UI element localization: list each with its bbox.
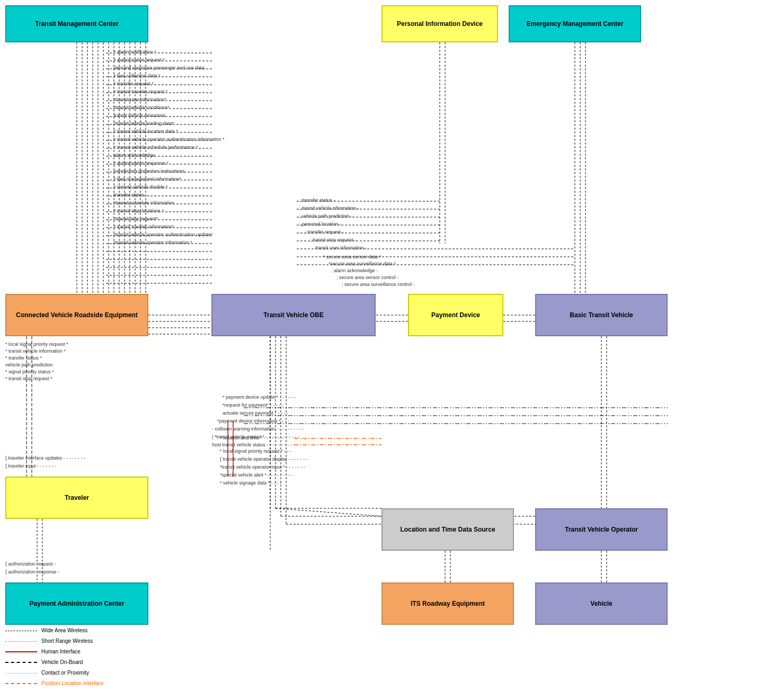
node-emc-label: Emergency Management Center [527,20,624,28]
label-transit-stop-req2: *transit stop request* [114,216,158,221]
label-demand-response: demand response passenger and use data [114,65,205,70]
label-transit-stop-loc: * transit stop locations * [114,208,164,213]
label-tv-loading: *transit vehicle loading data* [114,121,174,126]
label-tv-emissions: transit vehicle emissions [114,113,166,118]
legend-position-location: Position Location Interface [5,679,104,688]
legend-srw-line [5,641,37,642]
label-transit-user-info: *transit user information* [114,97,166,102]
label-local-signal: * local signal priority request * [5,342,68,347]
label-traveler-input: { traveler input - - - - - - - [5,463,56,469]
legend-waw-label: Wide Area Wireless [41,626,87,635]
label-secure-surv: *secure area surveillance data * [329,261,396,266]
node-transit-vehicle-obe-display: Transit Vehicle OBE [211,294,376,336]
legend-hi-label: Human Interface [41,647,81,657]
label-signal-priority: * signal priority status * [5,369,54,374]
node-pid: Personal Information Device [381,5,498,42]
label-local-signal2: * local signal priority request * - - - [220,448,291,454]
node-vehicle-label: Vehicle [590,600,612,607]
label-tv-op-auth: * transit vehicle operator authenticatio… [114,137,225,142]
label-payment-update: * payment device update * - - - - - - [223,394,296,400]
node-cvre: Connected Vehicle Roadside Equipment [5,294,148,336]
legend-vob-label: Vehicle On-Board [41,658,83,667]
node-traveler: Traveler [5,477,148,519]
label-tv-op-info: *transit vehicle operator information * [114,240,192,245]
legend-hi-line [5,651,37,652]
label-tv-schedule-perf: * transit vehicle schedule performance * [114,145,198,150]
label-secure-sensor-ctrl: ; secure area sensor control - [336,275,398,280]
label-tv-conditions: *transit vehicle conditions* [114,105,170,110]
node-tvo: Transit Vehicle Operator [535,508,668,551]
legend-waw-line [5,631,37,631]
label-auth-request: * authorization request * [114,57,165,62]
label-auth-req2: { authorization request - [5,561,56,567]
node-location: Location and Time Data Source [381,508,514,551]
node-pac: Payment Administration Center [5,582,148,625]
label-transfer-status2: ; transfer status - [299,198,335,203]
label-fare-mgmt: * fare management information* [114,176,181,182]
label-transit-stop-req3: ; transit stop request - [310,237,356,243]
label-secure-area-sensor: * secure area sensor data * [323,254,381,259]
legend: Wide Area Wireless Short Range Wireless … [5,626,104,689]
diagram-container: * alarm notification * * authorization r… [0,0,781,700]
label-auth-resp2: { authorization response - [5,569,59,575]
label-actuate-payment: actuate secure payment * - - - - [223,410,288,416]
label-transfer-status: transfer status [114,192,144,198]
label-transfer-request: * transfer request * [114,81,154,86]
legend-pli-label: Position Location Interface [41,679,104,688]
label-tv-op-display: { transit vehicle operator display - - -… [220,456,308,462]
legend-human-interface: Human Interface [5,647,104,657]
label-transit-user2: transit user information - [315,245,367,250]
node-cvre-label: Connected Vehicle Roadside Equipment [16,311,137,319]
legend-cp-label: Contact or Proximity [41,668,89,678]
legend-wide-area-wireless: Wide Area Wireless [5,626,104,635]
label-special-vehicle: *special vehicle alert * - - - - - - - -… [220,472,293,478]
label-transit-traveler-req: * transit traveler request * [114,89,168,94]
label-tv-info: ; transit vehicle information - [299,205,359,211]
legend-short-range-wireless: Short Range Wireless [5,636,104,646]
label-fare-collection: * fare collection data * [114,73,161,78]
svg-line-70 [276,508,381,516]
label-tv-location: * transit vehicle location data * [114,129,178,134]
node-pac-label: Payment Administration Center [30,600,125,607]
label-vehicle-signage: * vehicle signage data * - - - - [220,480,281,486]
label-payment-device-info: *payment device information * - - - [217,418,289,424]
label-vpath-pred: ; vehicle path prediction - [299,213,352,219]
label-personal-loc: ; personal location - [299,221,341,227]
label-host-tv-status: host transit vehicle status - - - - - - … [212,442,295,447]
label-vpath-pred2: vehicle path prediction [5,362,53,367]
node-emc: Emergency Management Center [509,5,641,42]
legend-vehicle-on-board: Vehicle On-Board [5,658,104,667]
node-tmc: Transit Management Center [5,5,148,42]
label-transit-schedule: *transit schedule information [114,200,174,205]
label-auth-response: * authorization response * [114,160,168,166]
label-location-time: * location and time * - - - - - - - [220,435,283,441]
node-traveler-label: Traveler [65,494,89,501]
legend-srw-label: Short Range Wireless [41,636,93,646]
label-traveler-interface: { traveler interface updates - - - - - -… [5,455,85,461]
label-transfer-status3: * transfer status * [5,355,42,361]
label-remote-disable: * remote vehicle disable * [114,184,168,190]
label-transit-stop-req4: * transit stop request * [5,376,52,381]
node-pid-label: Personal Information Device [397,20,483,28]
node-tmc-label: Transit Management Center [35,20,118,28]
legend-cp-line [5,673,37,674]
node-vehicle: Vehicle [535,582,668,625]
node-basic-tv-label: Basic Transit Vehicle [570,311,633,319]
node-tvo-label: Transit Vehicle Operator [565,526,638,533]
label-alarm-ack2: ; alarm acknowledge - [331,268,378,273]
node-payment-device: Payment Device [408,294,503,336]
node-payment-device-label: Payment Device [431,311,480,319]
legend-vob-line [5,662,37,663]
label-tv-op-input: *transit vehicle operator input * - - - … [220,464,305,470]
node-its: ITS Roadway Equipment [381,582,514,625]
label-transfer-req2: ; transfer request - [305,229,344,235]
label-collision-warning: - collision warning information - - - - … [212,426,304,432]
label-tv-op-auth-update: *transit vehicle operator authentication… [114,232,213,237]
label-conn-protection: connection protection instructions [114,168,185,174]
label-transit-traveler-info: * transit traveler information* [114,224,174,229]
label-tv-info2: * transit vehicle information * [5,348,66,354]
legend-contact-proximity: Contact or Proximity [5,668,104,678]
node-its-label: ITS Roadway Equipment [411,600,485,607]
label-secure-surv-ctrl: ; secure area surveillance control - [342,282,415,287]
legend-pli-line [5,683,37,684]
